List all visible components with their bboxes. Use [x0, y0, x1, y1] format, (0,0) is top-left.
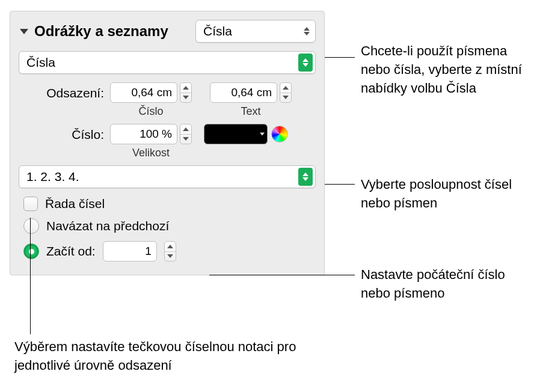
- disclosure-triangle-icon[interactable]: [20, 29, 28, 34]
- chevrons-icon: [298, 54, 313, 72]
- continue-row: Navázat na předchozí: [19, 218, 316, 234]
- indent-number-stepper[interactable]: [180, 82, 192, 103]
- chevrons-icon: [301, 27, 313, 35]
- continue-radio[interactable]: [23, 218, 39, 234]
- callout-line: [30, 218, 31, 334]
- callout-start: Nastavte počáteční číslo nebo písmeno: [361, 266, 529, 303]
- bullet-type-select[interactable]: Čísla: [19, 51, 316, 74]
- bullets-lists-panel: Odrážky a seznamy Čísla Čísla Odsazení:: [10, 11, 325, 275]
- sequence-value: 1. 2. 3. 4.: [26, 170, 79, 184]
- tiered-numbers-label: Řada čísel: [45, 197, 105, 211]
- start-from-stepper[interactable]: [164, 241, 176, 262]
- indent-row: Odsazení: Číslo: [19, 82, 316, 118]
- tiered-numbers-checkbox[interactable]: [23, 197, 38, 211]
- number-label: Číslo:: [19, 124, 110, 142]
- indent-text-stepper[interactable]: [280, 82, 292, 103]
- color-swatch[interactable]: [204, 124, 268, 144]
- step-up-icon: [183, 127, 189, 131]
- continue-label: Navázat na předchozí: [46, 219, 169, 233]
- indent-label: Odsazení:: [19, 82, 110, 100]
- indent-text-group: Text: [210, 82, 292, 118]
- callout-line: [325, 184, 355, 185]
- indent-text-input[interactable]: [210, 82, 277, 103]
- indent-number-input[interactable]: [110, 82, 177, 103]
- callout-line: [325, 57, 355, 58]
- step-down-icon: [167, 254, 173, 258]
- start-from-input[interactable]: [103, 241, 157, 262]
- callout-line: [209, 275, 355, 275]
- color-wheel-icon[interactable]: [271, 126, 288, 142]
- start-from-label: Začít od:: [46, 244, 96, 259]
- start-from-row: Začít od:: [19, 241, 316, 262]
- list-style-value: Čísla: [203, 24, 232, 38]
- number-size-row: Číslo: Velikost: [19, 124, 316, 159]
- number-size-input[interactable]: [110, 124, 177, 144]
- step-up-icon: [283, 86, 289, 90]
- step-up-icon: [183, 86, 189, 90]
- callout-type-select: Chcete-li použít písmena nebo čísla, vyb…: [361, 42, 523, 97]
- callout-sequence: Vyberte posloupnost čísel nebo písmen: [361, 176, 529, 213]
- sequence-select[interactable]: 1. 2. 3. 4.: [19, 165, 316, 188]
- step-up-icon: [167, 245, 173, 248]
- indent-number-sublabel: Číslo: [138, 105, 163, 118]
- panel-title: Odrážky a seznamy: [34, 23, 168, 40]
- start-from-radio[interactable]: [23, 243, 39, 259]
- number-size-sublabel: Velikost: [132, 147, 170, 159]
- bullet-type-value: Čísla: [26, 55, 55, 70]
- indent-number-group: Číslo: [110, 82, 192, 118]
- step-down-icon: [283, 96, 289, 99]
- number-size-group: Velikost: [110, 124, 192, 159]
- panel-header: Odrážky a seznamy Čísla: [19, 20, 316, 43]
- number-color-group: [204, 124, 288, 144]
- chevrons-icon: [298, 168, 313, 186]
- list-style-select[interactable]: Čísla: [195, 20, 316, 43]
- step-down-icon: [183, 96, 189, 99]
- tiered-numbers-row: Řada čísel: [19, 197, 316, 211]
- step-down-icon: [183, 137, 189, 141]
- number-size-stepper[interactable]: [180, 124, 192, 144]
- callout-tiered: Výběrem nastavíte tečkovou číselnou nota…: [14, 338, 321, 375]
- indent-text-sublabel: Text: [241, 105, 260, 118]
